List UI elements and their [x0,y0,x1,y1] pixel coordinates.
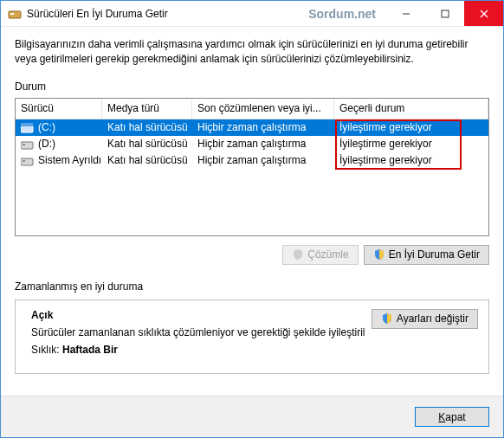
optimize-button[interactable]: En İyi Duruma Getir [364,245,489,265]
window-controls [386,1,503,26]
close-window-button[interactable] [464,1,503,26]
col-drive[interactable]: Sürücü [16,99,102,119]
svg-rect-9 [23,144,25,145]
analyze-label: Çözümle [307,248,348,261]
minimize-button[interactable] [386,1,425,26]
shield-icon [373,248,385,261]
svg-rect-1 [10,13,14,15]
app-icon [8,7,22,21]
titlebar: Sürücüleri En İyi Duruma Getir Sordum.ne… [1,1,503,27]
close-button[interactable]: Kapat [415,407,489,427]
close-rest: apat [445,411,465,423]
status-label: Durum [15,81,489,93]
col-media[interactable]: Medya türü [102,99,192,119]
footer: Kapat [1,396,503,437]
watermark-text: Sordum.net [308,7,376,21]
svg-rect-3 [442,10,449,17]
col-last[interactable]: Son çözümlenen veya iyi... [192,99,334,119]
freq-value: Haftada Bir [62,344,118,356]
optimize-label: En İyi Duruma Getir [389,248,480,261]
cell-last: Hiçbir zaman çalıştırma [192,153,334,167]
cell-media: Katı hal sürücüsü [102,120,192,134]
description-text: Bilgisayarınızın daha verimli çalışmasın… [15,37,489,67]
cell-state: İyileştirme gerekiyor [334,120,488,134]
schedule-on-label: Açık [31,309,365,321]
settings-label: Ayarları değiştir [397,312,468,325]
change-settings-button[interactable]: Ayarları değiştir [372,309,478,329]
action-buttons: Çözümle En İyi Duruma Getir [15,245,489,265]
cell-drive: (D:) [16,137,102,151]
table-header: Sürücü Medya türü Son çözümlenen veya iy… [16,99,488,119]
svg-rect-6 [21,126,33,132]
drives-table-area: Sürücü Medya türü Son çözümlenen veya iy… [15,98,489,245]
col-state[interactable]: Geçerli durum [334,99,488,119]
schedule-description: Sürücüler zamanlanan sıklıkta çözümleniy… [31,326,365,338]
window-title: Sürücüleri En İyi Duruma Getir [27,8,308,20]
optimize-drives-window: Sürücüleri En İyi Duruma Getir Sordum.ne… [0,0,504,438]
table-row[interactable]: Sistem AyrıldıKatı hal sürücüsüHiçbir za… [16,152,488,169]
maximize-button[interactable] [425,1,464,26]
svg-rect-7 [21,123,33,126]
schedule-section-label: Zamanlanmış en iyi duruma [15,280,489,293]
drive-icon [21,123,35,132]
cell-media: Katı hal sürücüsü [102,153,192,167]
table-row[interactable]: (C:)Katı hal sürücüsüHiçbir zaman çalışt… [16,119,488,136]
shield-icon [381,312,393,325]
drive-icon [21,156,35,165]
analyze-button: Çözümle [282,245,358,265]
cell-state: İyileştirme gerekiyor [334,153,488,167]
shield-icon [292,248,304,261]
cell-last: Hiçbir zaman çalıştırma [192,120,334,134]
cell-media: Katı hal sürücüsü [102,137,192,151]
cell-state: İyileştirme gerekiyor [334,137,488,151]
freq-label: Sıklık: [31,344,60,356]
table-body: (C:)Katı hal sürücüsüHiçbir zaman çalışt… [16,119,488,235]
cell-drive: (C:) [16,120,102,134]
drive-icon [21,139,35,149]
svg-rect-11 [23,160,25,162]
table-row[interactable]: (D:)Katı hal sürücüsüHiçbir zaman çalışt… [16,136,488,152]
drives-table: Sürücü Medya türü Son çözümlenen veya iy… [15,98,489,236]
schedule-frequency: Sıklık: Haftada Bir [31,344,365,356]
schedule-box: Açık Sürücüler zamanlanan sıklıkta çözüm… [15,300,489,374]
content-area: Bilgisayarınızın daha verimli çalışmasın… [1,27,503,396]
cell-last: Hiçbir zaman çalıştırma [192,137,334,151]
cell-drive: Sistem Ayrıldı [16,153,102,167]
